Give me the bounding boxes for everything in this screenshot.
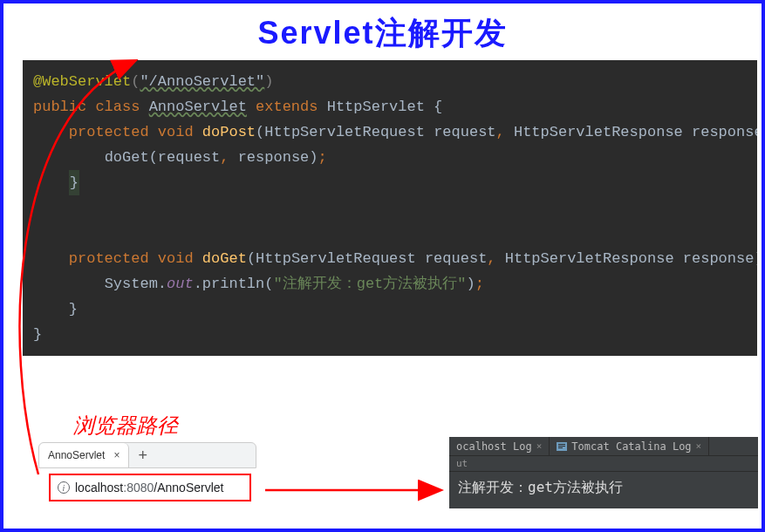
kw: public	[33, 99, 86, 115]
kw: void	[158, 250, 194, 267]
type: HttpServletResponse	[505, 250, 674, 267]
out-field: out	[167, 276, 194, 292]
url-path: /AnnoServlet	[154, 481, 223, 494]
super-class: HttpServlet	[327, 99, 425, 115]
url-bar[interactable]: i localhost:8080/AnnoServlet	[49, 474, 251, 501]
console-subheader: ut	[449, 456, 758, 472]
type: HttpServletRequest	[256, 250, 416, 267]
method-doGet: doGet	[202, 250, 247, 267]
annotation-path: "/AnnoServlet"	[140, 73, 264, 90]
page-title: Servlet注解开发	[3, 3, 762, 60]
arg: response	[238, 149, 310, 166]
call: doGet	[105, 149, 149, 166]
url-host: localhost	[75, 481, 123, 494]
kw: extends	[256, 99, 318, 115]
kw: void	[158, 124, 194, 140]
system: System	[105, 276, 158, 292]
kw: class	[95, 99, 140, 115]
println: println	[202, 276, 264, 292]
kw: protected	[69, 124, 149, 140]
browser-tab[interactable]: AnnoServlet ×	[39, 443, 129, 467]
console-tab-catalina[interactable]: Tomcat Catalina Log ×	[550, 437, 709, 455]
svg-rect-2	[558, 446, 565, 447]
browser-tab-bar: AnnoServlet × +	[38, 442, 256, 468]
class-name: AnnoServlet	[149, 99, 247, 115]
console-output: 注解开发：get方法被执行	[449, 472, 758, 504]
code-editor: @WebServlet("/AnnoServlet") public class…	[23, 60, 757, 356]
arg: request	[158, 149, 220, 166]
browser-path-label: 浏览器路径	[73, 412, 178, 440]
param: request	[425, 250, 487, 267]
param: response	[692, 124, 757, 140]
param: request	[434, 124, 495, 140]
method-doPost: doPost	[202, 124, 256, 140]
close-icon[interactable]: ×	[536, 440, 543, 452]
console-tab-localhost[interactable]: ocalhost Log ×	[449, 437, 550, 455]
console-tabs: ocalhost Log × Tomcat Catalina Log ×	[449, 437, 758, 456]
string-literal: "注解开发：get方法被执行"	[273, 276, 466, 292]
kw: protected	[69, 250, 149, 267]
console-panel: ocalhost Log × Tomcat Catalina Log × ut …	[449, 437, 758, 508]
tab-title: AnnoServlet	[48, 449, 105, 461]
param: response	[683, 250, 755, 267]
new-tab-button[interactable]: +	[129, 447, 156, 465]
url-text: localhost:8080/AnnoServlet	[75, 481, 223, 494]
close-icon[interactable]: ×	[696, 440, 702, 452]
tab-label: ocalhost Log	[456, 440, 532, 453]
svg-rect-3	[558, 447, 563, 448]
close-brace: }	[69, 170, 79, 195]
type: HttpServletResponse	[514, 124, 683, 140]
url-port: :8080	[123, 481, 154, 494]
annotation: @WebServlet	[33, 73, 131, 90]
tab-label: Tomcat Catalina Log	[571, 440, 691, 453]
log-icon	[557, 442, 567, 451]
svg-rect-1	[558, 444, 565, 445]
info-icon[interactable]: i	[58, 481, 70, 494]
close-icon[interactable]: ×	[113, 449, 120, 461]
type: HttpServletRequest	[264, 124, 425, 140]
